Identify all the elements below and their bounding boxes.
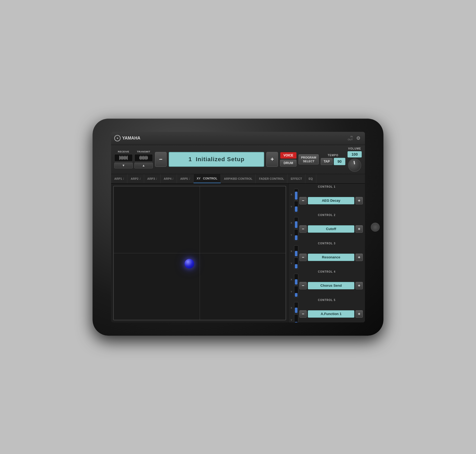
control2-x-label: X: [291, 222, 293, 224]
control3-y-slider[interactable]: [294, 258, 298, 269]
volume-label: VOLUME: [348, 147, 361, 150]
control1-x-slider[interactable]: [294, 189, 298, 200]
transmit-barcode: [134, 154, 153, 161]
preset-prev-button[interactable]: −: [155, 152, 167, 167]
control5-y-slider[interactable]: [294, 314, 298, 322]
header: ✦ YAMAHA IN OUT ⚙: [111, 132, 365, 145]
bt5: [143, 156, 143, 159]
drum-button[interactable]: DRUM: [280, 160, 296, 167]
tab-arp2-note: ♩: [139, 177, 141, 180]
control3-minus-button[interactable]: −: [299, 254, 307, 261]
control4-y-fill: [295, 293, 298, 297]
control1-minus-button[interactable]: −: [299, 197, 307, 204]
bl3: [121, 156, 121, 160]
receive-transmit: RECEIVE: [114, 150, 153, 168]
bl8: [125, 156, 125, 159]
control2-xy-sliders: X Y: [291, 217, 298, 241]
tab-eq-label: EQ: [309, 177, 313, 180]
tab-arp2[interactable]: ARP2 ♩: [127, 174, 144, 183]
bt10: [147, 156, 147, 160]
control4-y-slider[interactable]: [294, 286, 298, 298]
control2-y-slider[interactable]: [294, 229, 298, 241]
tab-arp-kbd-label: ARP/KBD CONTROL: [224, 177, 253, 180]
volume-value: 100: [347, 151, 362, 158]
control1-x-fill: [295, 192, 298, 200]
yamaha-emblem: ✦: [114, 135, 121, 141]
receive-down-button[interactable]: ▼: [114, 163, 133, 168]
tab-arp-kbd[interactable]: ARP/KBD CONTROL: [221, 174, 256, 183]
bl4: [122, 156, 122, 159]
control5-minus-button[interactable]: −: [299, 310, 307, 318]
yamaha-text: YAMAHA: [122, 136, 140, 141]
control1-y-label: Y: [291, 205, 293, 208]
control-row-2: CONTROL 2 X Y: [291, 214, 363, 241]
tap-button[interactable]: TAP: [321, 158, 333, 165]
control5-value: A.Function 1: [308, 310, 354, 318]
control-row-5: CONTROL 5 X Y: [291, 299, 363, 322]
control1-plus-button[interactable]: +: [355, 197, 363, 204]
tab-fader[interactable]: FADER CONTROL: [256, 174, 287, 183]
transmit-up-button[interactable]: ▲: [134, 163, 153, 168]
preset-next-button[interactable]: +: [266, 152, 278, 167]
control2-inner: X Y: [291, 217, 363, 241]
tab-arp4[interactable]: ARP4 ♩: [161, 174, 177, 183]
tab-effect[interactable]: EFFECT: [287, 174, 305, 183]
control4-plus-button[interactable]: +: [355, 282, 363, 289]
control1-y-slider[interactable]: [294, 201, 298, 213]
control4-y-label: Y: [291, 290, 293, 293]
control4-value: Chorus Send: [308, 282, 354, 289]
control3-y-fill: [295, 264, 298, 268]
control2-minus-button[interactable]: −: [299, 225, 307, 233]
preset-display: 1 Initialized Setup: [169, 152, 264, 167]
volume-knob[interactable]: [348, 159, 361, 172]
control5-x-slider[interactable]: [294, 302, 298, 314]
voice-button[interactable]: VOICE: [280, 152, 296, 159]
bt7: [144, 156, 145, 159]
tab-arp1[interactable]: ARP1 ♩: [111, 174, 127, 183]
control5-xy-sliders: X Y: [291, 302, 298, 322]
control2-x-fill: [295, 221, 298, 228]
controls-row: RECEIVE: [111, 145, 365, 174]
program-select-button[interactable]: PROGRAM SELECT: [299, 154, 318, 165]
tab-xy-control[interactable]: XY CONTROL: [194, 174, 221, 183]
control3-x-row: X: [291, 245, 298, 257]
home-button[interactable]: [371, 223, 380, 232]
control1-inner: X Y: [291, 189, 363, 213]
program-select-label2: SELECT: [303, 160, 314, 163]
xy-pad[interactable]: [113, 186, 286, 320]
control4-y-row: Y: [291, 286, 298, 298]
control3-x-label: X: [291, 250, 293, 253]
tempo-section: TEMPO TAP 90: [321, 154, 345, 165]
tab-arp3-label: ARP3: [147, 177, 155, 180]
tab-arp1-note: ♩: [123, 177, 124, 180]
control4-inner: X Y: [291, 274, 363, 298]
preset-name: Initialized Setup: [196, 156, 244, 163]
bl7: [124, 156, 125, 160]
control5-y-label: Y: [291, 319, 293, 321]
control4-minus-button[interactable]: −: [299, 282, 307, 289]
control3-plus-button[interactable]: +: [355, 254, 363, 261]
tab-arp3[interactable]: ARP3 ♩: [144, 174, 161, 183]
control3-y-row: Y: [291, 258, 298, 269]
control2-x-slider[interactable]: [294, 217, 298, 229]
tab-arp5[interactable]: ARP5 ♩: [177, 174, 193, 183]
control4-x-slider[interactable]: [294, 274, 298, 285]
xy-ball[interactable]: [185, 259, 194, 268]
control2-y-label: Y: [291, 234, 293, 236]
tab-arp5-note: ♩: [189, 177, 190, 180]
tempo-row: TAP 90: [321, 158, 345, 165]
control3-x-slider[interactable]: [294, 245, 298, 257]
main-content: CONTROL 1 X Y: [111, 184, 365, 322]
control4-x-label: X: [291, 278, 293, 281]
control5-plus-button[interactable]: +: [355, 310, 363, 318]
tab-bar: ARP1 ♩ ARP2 ♩ ARP3 ♩ ARP4 ♩ ARP5 ♩: [111, 174, 365, 184]
control4-x-row: X: [291, 274, 298, 285]
transmit-label: TRANSMIT: [137, 150, 150, 153]
control-row-1: CONTROL 1 X Y: [291, 185, 363, 213]
control2-plus-button[interactable]: +: [355, 225, 363, 233]
bt3: [141, 156, 141, 159]
tab-eq[interactable]: EQ: [305, 174, 316, 183]
tab-arp1-label: ARP1: [114, 177, 122, 180]
control1-x-label: X: [291, 193, 293, 196]
settings-icon[interactable]: ⚙: [355, 135, 362, 142]
